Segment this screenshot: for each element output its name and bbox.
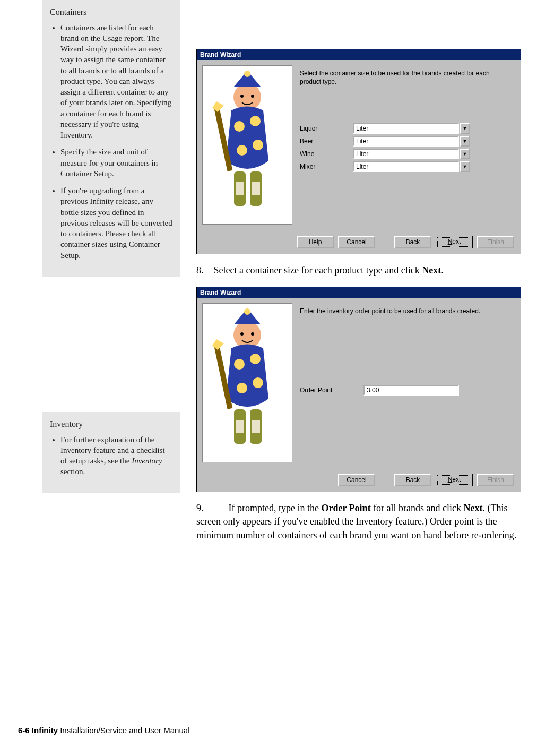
row-label-mixer: Mixer <box>300 163 353 170</box>
back-button[interactable]: Back <box>394 236 431 248</box>
chevron-down-icon[interactable]: ▼ <box>460 161 470 172</box>
svg-point-4 <box>251 94 254 98</box>
svg-rect-14 <box>252 182 260 195</box>
cancel-button[interactable]: Cancel <box>338 474 375 486</box>
svg-point-6 <box>250 116 261 126</box>
wizard-icon <box>205 71 290 219</box>
page-footer: 6-6 Infinity Installation/Service and Us… <box>18 726 189 735</box>
sidebar-title: Inventory <box>50 418 173 430</box>
chevron-down-icon[interactable]: ▼ <box>460 123 470 134</box>
svg-marker-25 <box>212 339 224 350</box>
btn-label: ext <box>452 476 461 483</box>
svg-point-21 <box>250 354 261 364</box>
svg-marker-10 <box>212 101 224 112</box>
brand-wizard-containers: Brand Wizard <box>196 49 521 254</box>
brand-wizard-orderpoint: Brand Wizard <box>196 287 521 492</box>
combo-beer[interactable]: ▼ <box>353 136 470 147</box>
svg-point-17 <box>244 308 250 315</box>
chevron-down-icon[interactable]: ▼ <box>460 136 470 147</box>
wizard-icon <box>205 308 290 457</box>
svg-rect-29 <box>252 420 260 433</box>
window-titlebar: Brand Wizard <box>197 49 521 60</box>
svg-point-23 <box>253 377 263 388</box>
combo-input[interactable] <box>353 149 459 159</box>
btn-label: ack <box>410 476 420 484</box>
sidebar-inventory: Inventory For further explanation of the… <box>42 412 180 493</box>
footer-text: Installation/Service and User Manual <box>58 726 189 735</box>
svg-point-7 <box>237 145 247 156</box>
wizard-blurb: Enter the inventory order point to be us… <box>300 307 512 316</box>
svg-point-8 <box>253 140 263 150</box>
svg-point-19 <box>251 332 254 336</box>
sidebar-containers: Containers Containers are listed for eac… <box>42 0 180 277</box>
svg-rect-13 <box>236 182 244 195</box>
next-button[interactable]: Next <box>436 236 473 248</box>
step-8: 8. Select a container size for each prod… <box>196 264 521 277</box>
sidebar-bullet: For further explanation of the Inventory… <box>60 434 173 477</box>
text-bold: Next <box>422 265 441 276</box>
combo-mixer[interactable]: ▼ <box>353 161 470 172</box>
row-label-orderpoint: Order Point <box>300 386 363 394</box>
svg-point-5 <box>234 121 245 132</box>
footer-bold: 6-6 Infinity <box>18 726 58 735</box>
text: If prompted, type in the <box>229 503 322 513</box>
sidebar-title: Containers <box>50 6 173 18</box>
btn-label: inish <box>491 476 504 484</box>
finish-button: Finish <box>477 474 514 486</box>
sidebar-bullet: Specify the size and unit of measure for… <box>60 147 173 179</box>
step-number: 9. <box>196 502 211 515</box>
text-bold: Next <box>464 503 483 513</box>
next-button[interactable]: Next <box>436 474 473 486</box>
sidebar-bullet: Containers are listed for each brand on … <box>60 22 173 141</box>
svg-point-18 <box>240 332 244 336</box>
text: Select a container size for each product… <box>214 265 422 276</box>
step-text: If prompted, type in the Order Point for… <box>196 503 516 540</box>
btn-label: ack <box>410 238 420 246</box>
row-label-beer: Beer <box>300 138 353 145</box>
row-label-wine: Wine <box>300 150 353 158</box>
back-button[interactable]: Back <box>394 474 431 486</box>
text-bold: Order Point <box>321 503 370 513</box>
window-titlebar: Brand Wizard <box>197 287 521 298</box>
step-9: 9. If prompted, type in the Order Point … <box>196 502 521 542</box>
svg-point-20 <box>234 359 245 370</box>
finish-button: Finish <box>477 236 514 248</box>
svg-point-3 <box>240 94 244 98</box>
text-italic: Inventory <box>132 457 162 465</box>
text: section. <box>60 467 85 476</box>
orderpoint-input[interactable] <box>363 385 459 396</box>
help-button[interactable]: Help <box>297 236 334 248</box>
text: . <box>441 265 444 276</box>
btn-label: ext <box>452 238 461 245</box>
btn-label: inish <box>491 238 504 246</box>
step-number: 8. <box>196 264 211 277</box>
svg-rect-28 <box>236 420 244 433</box>
svg-point-22 <box>237 383 247 393</box>
wizard-blurb: Select the container size to be used for… <box>300 70 512 86</box>
combo-wine[interactable]: ▼ <box>353 149 470 159</box>
combo-input[interactable] <box>353 161 459 172</box>
text: for all brands and click <box>371 503 464 513</box>
sidebar-bullet: If you're upgrading from a previous Infi… <box>60 185 173 261</box>
combo-input[interactable] <box>353 123 459 134</box>
cancel-button[interactable]: Cancel <box>338 236 375 248</box>
chevron-down-icon[interactable]: ▼ <box>460 149 470 159</box>
combo-liquor[interactable]: ▼ <box>353 123 470 134</box>
row-label-liquor: Liquor <box>300 125 353 132</box>
svg-point-2 <box>244 71 250 77</box>
wizard-illustration <box>202 303 292 462</box>
wizard-illustration <box>202 65 292 225</box>
combo-input[interactable] <box>353 136 459 147</box>
step-text: Select a container size for each product… <box>214 265 444 276</box>
